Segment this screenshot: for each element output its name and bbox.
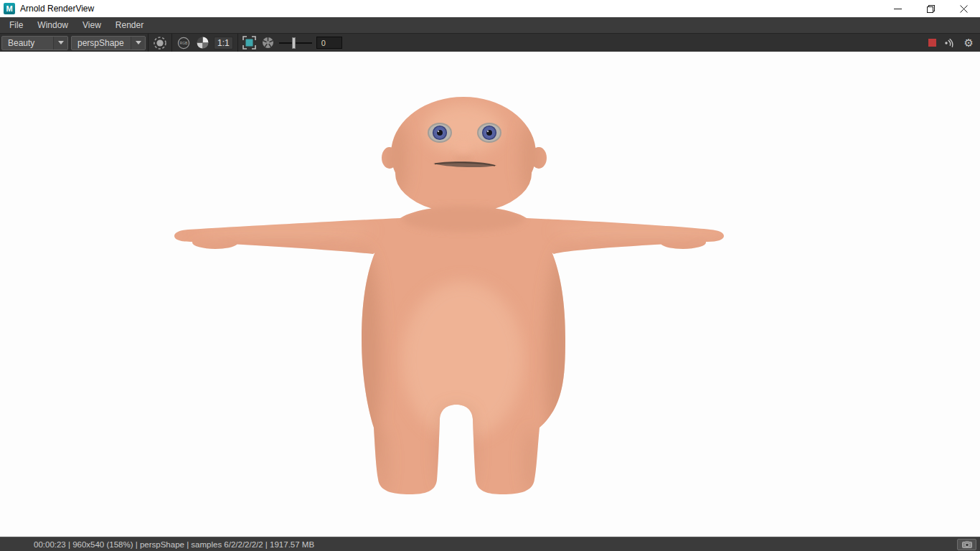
rendered-character <box>0 52 980 537</box>
restore-icon <box>927 5 935 13</box>
settings-gear-button[interactable]: ⚙ <box>964 37 974 48</box>
render-start-button[interactable] <box>151 34 169 52</box>
minimize-icon <box>894 5 902 13</box>
menu-item-view[interactable]: View <box>75 20 108 30</box>
toolbar-separator <box>171 34 172 52</box>
menu-item-window[interactable]: Window <box>30 20 75 30</box>
quadrant-circle-icon <box>197 37 209 49</box>
rgb-icon: RGB <box>177 37 190 50</box>
stop-render-button[interactable] <box>928 39 936 47</box>
chevron-down-icon <box>53 37 67 50</box>
arnold-renderview-window: M Arnold RenderView File Window V <box>0 0 980 551</box>
render-viewport[interactable] <box>0 52 980 537</box>
toolbar-right-cluster: ⚙ <box>928 37 980 48</box>
menu-item-render[interactable]: Render <box>108 20 151 30</box>
character-left-eye <box>428 123 452 143</box>
camera-snapshot-icon <box>962 541 972 548</box>
close-icon <box>960 5 968 13</box>
status-bar: 00:00:23 | 960x540 (158%) | perspShape |… <box>0 537 980 551</box>
camera-dropdown[interactable]: perspShape <box>71 36 146 50</box>
rgb-channels-button[interactable]: RGB <box>174 34 193 52</box>
window-title: Arnold RenderView <box>20 4 94 14</box>
snapshot-camera-button[interactable] <box>957 539 976 550</box>
aperture-icon <box>262 37 274 49</box>
zoom-1-1-button[interactable]: 1:1 <box>214 37 233 50</box>
exposure-input[interactable] <box>316 37 342 49</box>
camera-dropdown-value: perspShape <box>72 38 131 48</box>
toolbar-separator <box>148 34 149 52</box>
ipr-signal-icon[interactable] <box>944 37 956 48</box>
restore-button[interactable] <box>914 0 947 17</box>
window-controls <box>881 0 980 17</box>
display-mode-button[interactable] <box>193 34 212 52</box>
menu-bar: File Window View Render <box>0 17 980 33</box>
svg-text:RGB: RGB <box>180 41 189 45</box>
exposure-slider-handle[interactable] <box>292 37 296 49</box>
aov-dropdown[interactable]: Beauty <box>1 36 68 50</box>
exposure-slider[interactable] <box>279 42 312 44</box>
minimize-button[interactable] <box>881 0 914 17</box>
render-stats-text: 00:00:23 | 960x540 (158%) | perspShape |… <box>34 540 314 549</box>
aov-dropdown-value: Beauty <box>2 38 53 48</box>
dashed-circle-render-icon <box>153 36 167 50</box>
region-render-button[interactable] <box>240 34 259 52</box>
chevron-down-icon <box>131 37 145 50</box>
maya-m-icon: M <box>4 3 15 14</box>
close-button[interactable] <box>947 0 980 17</box>
toolbar-separator <box>237 34 238 52</box>
menu-item-file[interactable]: File <box>2 20 30 30</box>
character-right-eye <box>477 123 501 143</box>
exposure-reset-button[interactable] <box>259 34 278 52</box>
toolbar: Beauty perspShape RGB <box>0 33 980 52</box>
title-bar: M Arnold RenderView <box>0 0 980 17</box>
region-marquee-icon <box>242 36 256 50</box>
exposure-slider-track[interactable] <box>279 42 312 44</box>
